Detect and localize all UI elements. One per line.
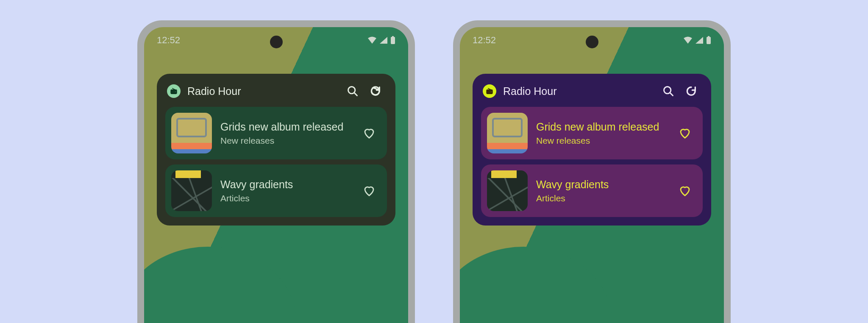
search-button[interactable] xyxy=(345,83,361,99)
wallpaper-shape xyxy=(460,247,612,323)
svg-point-11 xyxy=(490,91,492,92)
status-bar: 12:52 xyxy=(144,35,408,46)
svg-line-6 xyxy=(354,93,357,96)
content-card[interactable]: Grids new album released New releases xyxy=(481,107,703,159)
heart-icon xyxy=(363,184,376,197)
card-text: Wavy gradients Articles xyxy=(536,178,668,203)
album-thumbnail xyxy=(487,113,528,153)
card-title: Wavy gradients xyxy=(220,178,352,191)
content-card[interactable]: Wavy gradients Articles xyxy=(165,164,387,217)
album-thumbnail xyxy=(171,113,212,153)
card-text: Wavy gradients Articles xyxy=(220,178,352,203)
svg-rect-1 xyxy=(392,36,394,37)
favorite-button[interactable] xyxy=(676,182,693,199)
article-thumbnail xyxy=(487,170,528,211)
card-subtitle: New releases xyxy=(220,136,352,146)
signal-icon xyxy=(379,36,388,44)
wallpaper-shape xyxy=(144,247,297,323)
wifi-icon xyxy=(683,36,693,44)
refresh-button[interactable] xyxy=(367,83,384,99)
favorite-button[interactable] xyxy=(676,125,693,142)
favorite-button[interactable] xyxy=(361,182,378,199)
favorite-button[interactable] xyxy=(361,125,378,142)
svg-rect-7 xyxy=(707,37,711,44)
widget-title: Radio Hour xyxy=(187,85,338,97)
svg-point-4 xyxy=(175,91,176,92)
status-time: 12:52 xyxy=(473,35,496,46)
content-card[interactable]: Grids new album released New releases xyxy=(165,107,387,159)
signal-icon xyxy=(695,36,704,44)
radio-icon xyxy=(167,84,181,98)
widget-header: Radio Hour xyxy=(481,83,703,107)
status-icons xyxy=(367,36,395,45)
card-text: Grids new album released New releases xyxy=(536,120,668,145)
phone-mockup-green: 12:52 Radio Hour xyxy=(137,20,415,323)
svg-rect-8 xyxy=(708,36,709,37)
search-icon xyxy=(347,85,359,97)
screen: 12:52 Radio Hour xyxy=(460,27,724,323)
widget-title: Radio Hour xyxy=(503,85,654,97)
content-card[interactable]: Wavy gradients Articles xyxy=(481,164,703,217)
card-subtitle: New releases xyxy=(536,136,668,146)
screen: 12:52 Radio Hour xyxy=(144,27,408,323)
wifi-icon xyxy=(367,36,377,44)
article-thumbnail xyxy=(171,170,212,211)
refresh-icon xyxy=(685,85,697,97)
card-title: Grids new album released xyxy=(220,120,352,134)
refresh-icon xyxy=(370,85,381,97)
card-text: Grids new album released New releases xyxy=(220,120,352,145)
svg-rect-0 xyxy=(391,37,395,44)
status-bar: 12:52 xyxy=(460,35,724,46)
widget-header: Radio Hour xyxy=(165,83,387,107)
radio-hour-widget: Radio Hour Grids new album released New … xyxy=(157,74,395,226)
status-time: 12:52 xyxy=(157,35,180,46)
heart-icon xyxy=(679,184,691,197)
card-title: Grids new album released xyxy=(536,120,668,134)
refresh-button[interactable] xyxy=(683,83,699,99)
svg-line-13 xyxy=(670,93,673,96)
heart-icon xyxy=(363,127,376,139)
card-subtitle: Articles xyxy=(220,193,352,203)
status-icons xyxy=(683,36,711,45)
battery-icon xyxy=(390,36,395,45)
card-title: Wavy gradients xyxy=(536,178,668,191)
radio-icon xyxy=(483,84,496,98)
search-icon xyxy=(662,85,674,97)
phone-mockup-purple: 12:52 Radio Hour xyxy=(453,20,731,323)
battery-icon xyxy=(706,36,711,45)
card-subtitle: Articles xyxy=(536,193,668,203)
search-button[interactable] xyxy=(660,83,676,99)
radio-hour-widget: Radio Hour Grids new album released New … xyxy=(473,74,711,226)
heart-icon xyxy=(679,127,691,139)
